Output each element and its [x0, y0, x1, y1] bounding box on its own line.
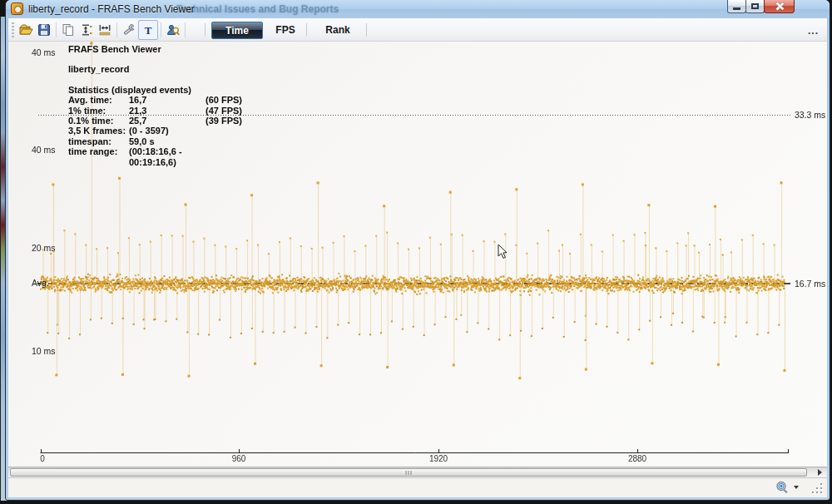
fit-horizontal-icon — [97, 22, 112, 37]
stats-section-title: Statistics (displayed events) — [68, 85, 242, 95]
fit-horizontal-button[interactable] — [96, 21, 114, 39]
avg-axis-label: Avg. — [32, 278, 49, 288]
resize-grip[interactable] — [811, 482, 822, 493]
toolbar-separator — [161, 22, 161, 37]
text-label-icon: T — [141, 23, 155, 37]
stats-record-name: liberty_record — [68, 64, 242, 74]
toolbar-grip[interactable] — [12, 22, 14, 37]
y-axis-label: 40 ms — [32, 145, 56, 155]
toolbar-separator — [56, 22, 57, 37]
stats-row-01pct-time: 0.1% time:25,7(39 FPS) — [68, 116, 242, 126]
screen: Technical Issues and Bug Reports liberty… — [0, 0, 832, 504]
floppy-disk-icon — [37, 22, 52, 37]
close-button[interactable] — [764, 0, 795, 13]
text-overlay-button[interactable]: T — [138, 20, 158, 40]
stats-row-frames: 3,5 K frames:(0 - 3597) — [68, 126, 242, 136]
stats-app-name: FRAFS Bench Viewer — [68, 44, 242, 54]
stats-row-time-range: time range:(00:18:16,6 - 00:19:16,6) — [68, 146, 242, 167]
title-bar[interactable]: Technical Issues and Bug Reports liberty… — [6, 0, 830, 18]
mouse-cursor — [498, 244, 508, 259]
horizontal-scrollbar[interactable] — [8, 467, 827, 478]
tab-separator — [205, 23, 206, 37]
find-zoom-icon — [166, 22, 181, 38]
zoom-dropdown-caret-icon[interactable] — [794, 486, 799, 489]
x-axis-tick-label: 0 — [40, 454, 45, 463]
maximize-button[interactable] — [745, 0, 765, 13]
x-axis-tick-label: 1920 — [429, 454, 448, 463]
svg-text:T: T — [145, 24, 152, 37]
close-icon — [775, 2, 784, 11]
app-window: Technical Issues and Bug Reports liberty… — [6, 0, 830, 500]
maximize-icon — [751, 3, 759, 9]
fit-vertical-icon — [79, 22, 94, 37]
copy-button[interactable] — [59, 21, 77, 39]
y-axis-label: 40 ms — [32, 47, 56, 57]
stats-row-avg-time: Avg. time:16,7(60 FPS) — [68, 95, 242, 105]
copy-icon — [61, 22, 76, 37]
tab-rank[interactable]: Rank — [316, 22, 359, 37]
background-window-title: Technical Issues and Bug Reports — [176, 3, 339, 15]
scrollbar-grip-icon — [406, 471, 412, 475]
ref-line-label-16ms: 16.7 ms — [795, 279, 825, 289]
app-icon — [11, 2, 23, 15]
save-button[interactable] — [35, 21, 53, 39]
scrollbar-thumb[interactable] — [10, 468, 807, 477]
x-axis-tick-label: 960 — [232, 454, 246, 463]
tab-time[interactable]: Time — [211, 22, 263, 39]
client-area: T Time FPS — [8, 18, 827, 497]
toolbar: T Time FPS — [8, 18, 827, 42]
y-axis-label: 20 ms — [32, 243, 56, 253]
minimize-icon — [733, 7, 740, 10]
toolbar-separator — [116, 22, 117, 37]
stats-row-1pct-time: 1% time:21,3(47 FPS) — [68, 106, 242, 116]
toolbar-separator — [185, 22, 186, 37]
wrench-icon — [121, 22, 136, 37]
settings-button[interactable] — [120, 21, 138, 39]
stats-panel: FRAFS Bench Viewer liberty_record Statis… — [68, 44, 242, 167]
toolbar-overflow-button[interactable]: ... — [808, 25, 819, 37]
inspect-button[interactable] — [164, 21, 182, 39]
window-controls — [728, 0, 795, 13]
minimize-button[interactable] — [727, 0, 746, 13]
status-bar — [8, 478, 827, 497]
scroll-right-button[interactable] — [814, 468, 825, 477]
open-file-button[interactable] — [17, 21, 35, 39]
fit-vertical-button[interactable] — [77, 21, 96, 39]
tab-fps[interactable]: FPS — [268, 22, 303, 37]
x-axis-tick-label: 2880 — [628, 454, 646, 463]
window-title: liberty_record - FRAFS Bench Viewer — [28, 3, 195, 15]
zoom-tool-button[interactable] — [775, 481, 790, 494]
ref-line-label-33ms: 33.3 ms — [795, 110, 825, 120]
open-folder-icon — [18, 22, 33, 37]
y-axis-label: 10 ms — [32, 346, 56, 356]
tab-separator — [306, 23, 307, 37]
tab-separator — [366, 23, 367, 37]
stats-row-timespan: timespan:59,0 s — [68, 136, 242, 146]
